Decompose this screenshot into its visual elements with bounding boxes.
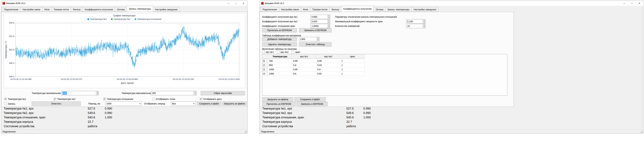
tab-connection[interactable]: Подключение — [2, 7, 20, 12]
tab-comm-settings[interactable]: Настройки связи — [279, 7, 301, 12]
load-file-button[interactable]: Загрузить из файла — [222, 101, 246, 106]
read-eeprom-button[interactable]: Прочитать из EEPROM — [262, 28, 297, 32]
tab-factory-settings[interactable]: Настройки заводские — [412, 7, 438, 12]
table-cell[interactable]: 1 — [340, 59, 365, 63]
checkbox-record[interactable]: Запись — [4, 102, 15, 105]
column-header-span[interactable]: span — [340, 54, 365, 59]
row-header[interactable]: 4 — [262, 72, 268, 76]
tab-optics[interactable]: Оптика — [374, 7, 386, 12]
spinner-buttons[interactable] — [423, 24, 425, 28]
tab-temperature-record[interactable]: Запись температуры — [385, 7, 412, 12]
table-row[interactable]: 413000,60,821 — [262, 72, 365, 76]
tab-current-loop[interactable]: Токовая петля — [310, 7, 330, 12]
tab-comm-settings[interactable]: Настройки связи — [20, 7, 42, 12]
eps1-input[interactable]: 0,600 — [310, 15, 330, 19]
checkbox-channel-eps2[interactable]: eps №2 — [277, 50, 288, 54]
table-cell[interactable]: 0,99 — [292, 59, 316, 63]
table-cell[interactable]: 0,9 — [316, 67, 340, 71]
tab-filter[interactable]: Фильтр — [329, 7, 341, 12]
coefficients-table[interactable]: Температураeps №1eps №2span17000,990,991… — [262, 54, 507, 96]
table-cell[interactable]: 0,6 — [292, 72, 316, 76]
temp-max-label: Температура максимальная — [122, 91, 152, 95]
tab-factory-settings[interactable]: Настройки заводские — [153, 7, 180, 12]
tab-connection[interactable]: Подключение — [260, 7, 279, 12]
tab-emission-coefficients[interactable]: Коэффициенты излучения — [82, 7, 115, 12]
title-bar[interactable]: Кельвин RXR v3.2 — □ ✕ — [1, 1, 247, 6]
checkbox-temperature-2[interactable]: Температура №2 — [54, 97, 76, 101]
tab-relay[interactable]: Реле — [42, 7, 52, 12]
checkbox-channel-eps1[interactable]: eps №1 — [262, 50, 274, 54]
table-cell[interactable]: 0,93 — [316, 63, 340, 67]
tab-current-loop[interactable]: Токовая петля — [52, 7, 71, 12]
spinner-buttons[interactable] — [96, 91, 98, 95]
maximize-icon[interactable]: □ — [628, 1, 636, 6]
table-row[interactable]: 310000,850,91 — [262, 67, 365, 72]
maximize-icon[interactable]: □ — [232, 1, 240, 6]
title-bar[interactable]: Кельвин RXR v3.2 — □ ✕ — [260, 1, 643, 6]
spinner-buttons[interactable] — [194, 91, 196, 95]
table-cell[interactable]: 700 — [268, 59, 292, 63]
spinner-buttons[interactable] — [423, 20, 425, 24]
min-power-input[interactable]: 0,100 — [406, 19, 426, 24]
checkbox-show-date[interactable]: Отображать дату — [200, 97, 222, 101]
table-cell[interactable]: 1 — [340, 67, 365, 71]
table-cell[interactable]: 1300 — [268, 72, 292, 76]
column-header-eps2[interactable]: eps №2 — [316, 54, 340, 59]
temp-max-input[interactable]: 355 — [151, 91, 196, 95]
resize-grip-icon[interactable] — [244, 131, 247, 133]
table-save-file-button[interactable]: Сохранить в файл — [294, 97, 326, 101]
clear-chart-button[interactable]: Очистить — [32, 101, 81, 106]
add-temperature-button[interactable]: Добавить температуру — [262, 37, 297, 41]
table-cell[interactable]: 1000 — [268, 67, 292, 71]
table-row[interactable]: 28500,90,931 — [262, 63, 365, 67]
tab-optics[interactable]: Оптика — [115, 7, 127, 12]
spinner-buttons[interactable] — [328, 24, 330, 28]
column-header-temperature[interactable]: Температура — [268, 54, 292, 59]
row-header[interactable]: 2 — [262, 63, 268, 67]
table-row[interactable]: 17000,990,991 — [262, 59, 365, 63]
save-file-button[interactable]: Сохранить в файл — [197, 101, 221, 106]
period-select[interactable]: 1000 — [105, 101, 142, 106]
temp-min-input[interactable]: 346 — [62, 91, 99, 95]
checkbox-show-points[interactable]: Отображать точки — [152, 97, 175, 101]
checkbox-temperature-1[interactable]: Температура №1 — [4, 97, 26, 101]
minimize-icon[interactable]: — — [621, 1, 628, 6]
eps2-input[interactable]: 0,820 — [310, 19, 330, 24]
tab-emission-coefficients[interactable]: Коэффициенты излучения — [341, 6, 374, 12]
table-read-eeprom-button[interactable]: Прочитать из EEPROM — [262, 102, 296, 106]
spinner-buttons[interactable] — [328, 15, 330, 19]
table-cell[interactable]: 0,85 — [292, 67, 316, 71]
close-icon[interactable]: ✕ — [636, 1, 643, 6]
checkbox-temperature-ratio[interactable]: Температура отношения — [103, 97, 133, 101]
tab-filter[interactable]: Фильтр — [71, 7, 83, 12]
row-header[interactable]: 1 — [262, 59, 268, 63]
delete-temperature-button[interactable]: Удалить температуру — [262, 42, 297, 47]
table-cell[interactable]: 1 — [340, 63, 365, 67]
table-cell[interactable]: 850 — [268, 63, 292, 67]
reset-scale-button[interactable]: Сброс масштаба — [201, 91, 245, 95]
show-seconds-select[interactable]: Все — [171, 101, 196, 106]
checkbox-channel-span[interactable]: span — [292, 50, 300, 54]
resize-grip-icon[interactable] — [640, 131, 643, 133]
table-load-file-button[interactable]: Загрузить из файла — [262, 97, 293, 101]
measure-count-input[interactable]: 10 — [406, 24, 426, 28]
minimize-icon[interactable]: — — [225, 1, 232, 6]
table-corner-cell[interactable] — [262, 54, 268, 59]
column-header-eps1[interactable]: eps №1 — [292, 54, 316, 59]
span-coeff-input[interactable]: 1,0000 — [310, 24, 330, 28]
row-header[interactable]: 3 — [262, 67, 268, 71]
close-icon[interactable]: ✕ — [240, 1, 247, 6]
tab-relay[interactable]: Реле — [301, 7, 310, 12]
table-cell[interactable]: 0,9 — [292, 63, 316, 67]
checkbox-channel-eps1-label: eps №1 — [266, 51, 274, 53]
write-eeprom-button[interactable]: Записать в EEPROM — [299, 28, 332, 32]
spinner-buttons[interactable] — [328, 20, 330, 24]
tab-temperature-record[interactable]: Запись температуры — [127, 6, 153, 12]
table-cell[interactable]: 0,82 — [316, 72, 340, 76]
clear-table-button[interactable]: Очистить таблицу — [299, 42, 332, 47]
table-cell[interactable]: 1 — [340, 72, 365, 76]
spinner-buttons[interactable] — [316, 37, 319, 41]
table-cell[interactable]: 0,99 — [316, 59, 340, 63]
table-write-eeprom-button[interactable]: Записать в EEPROM — [296, 102, 328, 106]
add-temperature-input[interactable]: 1300 — [299, 37, 320, 41]
